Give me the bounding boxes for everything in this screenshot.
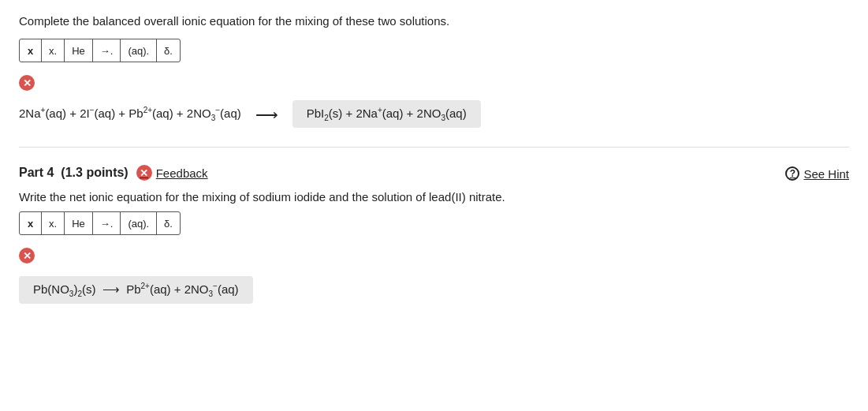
part4-question: Write the net ionic equation for the mix… xyxy=(19,190,849,204)
arrow-1: ⟶ xyxy=(255,105,278,124)
part4-points: (1.3 points) xyxy=(61,166,128,179)
toolbar2-btn-xdot[interactable]: x. xyxy=(42,212,65,234)
divider-1 xyxy=(19,147,849,148)
part4-header-row: Part 4 (1.3 points) ✕ Feedback ? See Hin… xyxy=(19,157,849,190)
left-equation-1: 2Na+(aq) + 2I−(aq) + Pb2+(aq) + 2NO3−(aq… xyxy=(19,106,241,122)
feedback-label: Feedback xyxy=(156,166,208,180)
see-hint-label: See Hint xyxy=(803,167,849,181)
toolbar1-btn-x[interactable]: x xyxy=(20,39,42,62)
toolbar2-btn-delta[interactable]: δ. xyxy=(157,212,180,234)
toolbar2-btn-x[interactable]: x xyxy=(20,212,42,234)
toolbar-2: x x. He →. (aq). δ. xyxy=(19,211,181,235)
feedback-button[interactable]: ✕ Feedback xyxy=(136,165,208,181)
hint-icon: ? xyxy=(785,166,799,181)
toolbar-1: x x. He →. (aq). δ. xyxy=(19,39,181,62)
error-icon-2: ✕ xyxy=(19,248,35,263)
part3-question: Complete the balanced overall ionic equa… xyxy=(19,14,849,28)
part4-header: Part 4 (1.3 points) ✕ Feedback xyxy=(19,165,208,181)
equation-row-1: 2Na+(aq) + 2I−(aq) + Pb2+(aq) + 2NO3−(aq… xyxy=(19,100,849,128)
toolbar2-btn-arrow[interactable]: →. xyxy=(93,212,121,234)
error-icon-1: ✕ xyxy=(19,75,35,91)
part4-label: Part 4 xyxy=(19,166,54,179)
right-equation-box-1: PbI2(s) + 2Na+(aq) + 2NO3(aq) xyxy=(292,100,481,128)
part4-answer-equation: Pb(NO3)2(s) ⟶ Pb2+(aq) + 2NO3−(aq) xyxy=(19,276,253,304)
part4-title: Part 4 (1.3 points) xyxy=(19,166,129,180)
toolbar1-btn-arrow[interactable]: →. xyxy=(93,39,121,62)
toolbar1-btn-xdot[interactable]: x. xyxy=(42,39,65,62)
see-hint-button[interactable]: ? See Hint xyxy=(785,166,849,181)
toolbar1-btn-delta[interactable]: δ. xyxy=(157,39,180,62)
toolbar2-btn-he[interactable]: He xyxy=(65,212,93,234)
toolbar1-btn-aq[interactable]: (aq). xyxy=(121,39,157,62)
feedback-icon: ✕ xyxy=(136,165,152,181)
toolbar2-btn-aq[interactable]: (aq). xyxy=(121,212,157,234)
toolbar1-btn-he[interactable]: He xyxy=(65,39,93,62)
